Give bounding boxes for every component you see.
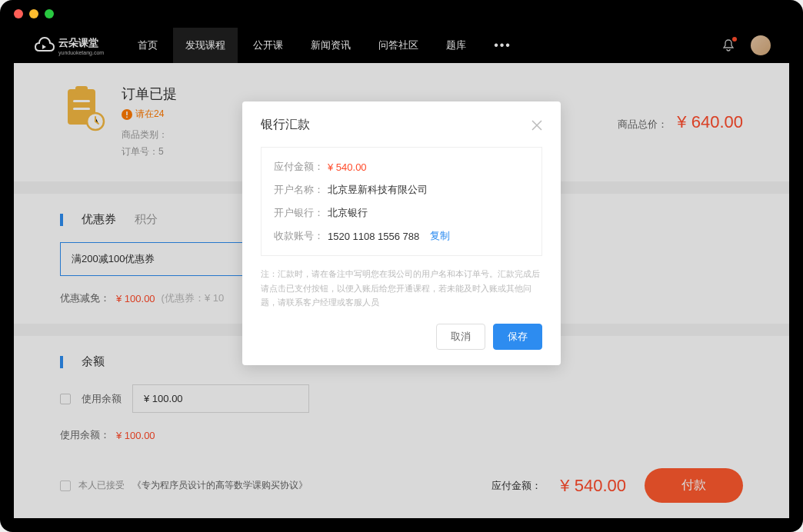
modal-account-name-label: 开户名称：: [274, 183, 328, 197]
modal-account-no-label: 收款账号：: [274, 229, 328, 243]
copy-button[interactable]: 复制: [430, 229, 450, 243]
cancel-button[interactable]: 取消: [436, 324, 485, 350]
modal-overlay[interactable]: 银行汇款 应付金额： ¥ 540.00 开户名称： 北京昱新科技有限公司 开户银…: [14, 28, 789, 518]
close-icon[interactable]: [531, 120, 542, 131]
bank-transfer-modal: 银行汇款 应付金额： ¥ 540.00 开户名称： 北京昱新科技有限公司 开户银…: [242, 101, 561, 365]
modal-amount-label: 应付金额：: [274, 160, 328, 174]
modal-title: 银行汇款: [261, 117, 310, 133]
modal-bank-value: 北京银行: [328, 206, 368, 220]
close-dot[interactable]: [14, 9, 23, 18]
modal-account-name-value: 北京昱新科技有限公司: [328, 183, 428, 197]
minimize-dot[interactable]: [29, 9, 38, 18]
modal-amount-value: ¥ 540.00: [328, 161, 367, 173]
modal-note: 注：汇款时，请在备注中写明您在我公司的用户名和本订单号。汇款完成后请点击已支付按…: [261, 267, 542, 310]
save-button[interactable]: 保存: [493, 324, 542, 350]
modal-account-no-value: 1520 1108 1556 788: [328, 231, 419, 242]
mac-titlebar: [0, 0, 803, 28]
modal-bank-label: 开户银行：: [274, 206, 328, 220]
maximize-dot[interactable]: [45, 9, 54, 18]
